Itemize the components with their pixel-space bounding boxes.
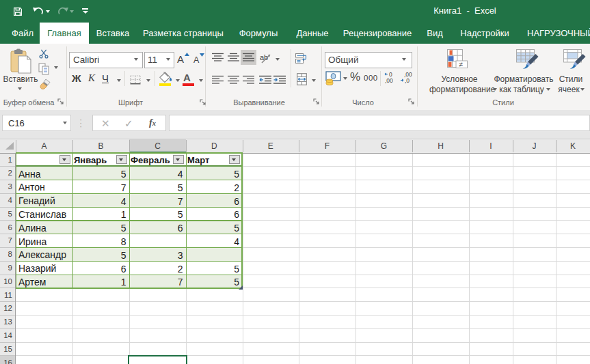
svg-text:,0: ,0 <box>405 77 410 84</box>
svg-text:≠: ≠ <box>459 60 464 68</box>
svg-text:,00: ,00 <box>385 77 393 84</box>
